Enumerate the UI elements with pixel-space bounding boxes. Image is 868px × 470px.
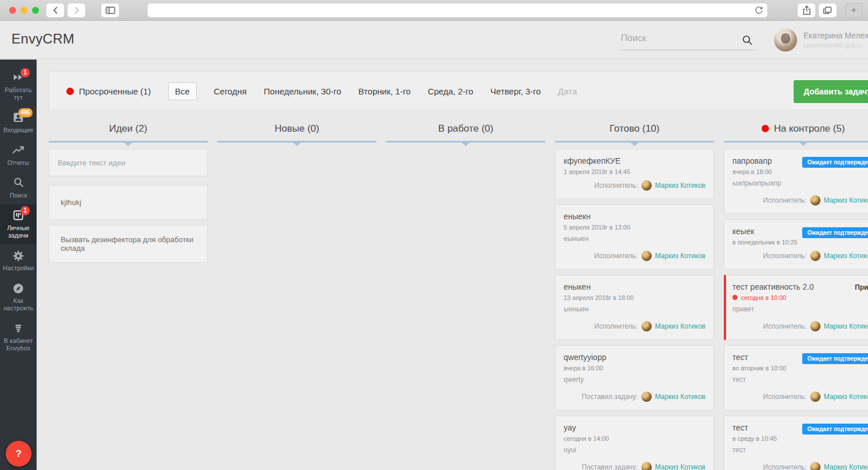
task-card[interactable]: qwertyyiopp вчера в 16:00 qwerty Постави… xyxy=(555,345,714,410)
filter-monday[interactable]: Понедельник, 30-го xyxy=(264,86,341,96)
assignee-link[interactable]: Маркиз Котиков xyxy=(655,181,706,189)
sidebar-item-envybox-cabinet[interactable]: В кабинет Envybox xyxy=(0,317,37,357)
assignee-avatar xyxy=(641,392,652,402)
task-footer: Поставил задачу: Маркиз Котиков xyxy=(564,461,706,470)
awaiting-confirmation-badge: Ожидает подтверждения xyxy=(802,227,868,238)
assignee-link[interactable]: Маркиз Котиков xyxy=(655,463,706,470)
filter-today[interactable]: Сегодня xyxy=(214,86,247,96)
awaiting-confirmation-badge: Ожидает подтверждения xyxy=(802,424,868,435)
task-footer: Исполнитель: Маркиз Котиков xyxy=(564,179,706,192)
task-card[interactable]: yay сегодня в 14:00 uyui Поставил задачу… xyxy=(555,416,714,470)
forward-button[interactable] xyxy=(67,3,86,18)
column-done: Готово (10) кфупефкепКУЕ 1 апреля 2018г … xyxy=(555,120,714,470)
idea-text-input[interactable] xyxy=(58,159,199,167)
user-profile[interactable]: Екатерина Мелехина katerina55460.gok.ru xyxy=(803,31,868,49)
task-card[interactable]: еныкен 13 апреля 2018г в 18:00 ыеныен Ис… xyxy=(555,275,714,340)
assignee-link[interactable]: Маркиз Котиков xyxy=(824,196,868,204)
task-card-overdue[interactable]: тест реактивность 2.0 Принять сегодня в … xyxy=(724,275,868,340)
footer-label: Исполнитель: xyxy=(763,393,807,401)
show-tabs-button[interactable] xyxy=(818,3,837,18)
assignee-link[interactable]: Маркиз Котиков xyxy=(655,393,706,401)
assignee-link[interactable]: Маркиз Котиков xyxy=(824,252,868,260)
assignee-link[interactable]: Маркиз Котиков xyxy=(655,252,706,260)
share-icon xyxy=(802,5,811,15)
task-date: 1 апреля 2018г в 14:45 xyxy=(564,168,706,175)
close-window-button[interactable] xyxy=(9,7,16,14)
help-button[interactable]: ? xyxy=(6,441,31,467)
global-search[interactable] xyxy=(621,33,755,50)
task-card[interactable]: kjlhukj xyxy=(49,185,208,220)
sidebar-toggle-button[interactable] xyxy=(101,3,120,18)
idea-input-card[interactable] xyxy=(49,149,208,176)
filter-wednesday[interactable]: Среда, 2-го xyxy=(428,86,473,96)
sidebar-item-work-here[interactable]: 1 Работать тут xyxy=(0,66,37,106)
question-mark-icon: ? xyxy=(15,448,21,460)
assignee-link[interactable]: Маркиз Котиков xyxy=(824,393,868,401)
tabs-overview-icon xyxy=(823,6,833,15)
sidebar-item-inbox[interactable]: 495 Входящие xyxy=(0,106,37,139)
search-input[interactable] xyxy=(621,33,735,44)
app-header: EnvyCRM Екатерина Мелехина katerina55460… xyxy=(0,21,868,59)
compass-icon xyxy=(1,282,35,295)
work-here-badge: 1 xyxy=(21,68,30,77)
user-avatar[interactable] xyxy=(774,29,797,52)
task-card[interactable]: Вызвать дезинфектора для обработки склад… xyxy=(49,225,208,263)
task-date: в среду в 10:45 xyxy=(732,435,868,442)
envybox-lamp-icon xyxy=(1,322,35,335)
minimize-window-button[interactable] xyxy=(21,7,27,14)
filter-date[interactable]: Дата xyxy=(558,86,577,96)
task-footer: Исполнитель: Маркиз Котиков xyxy=(732,194,868,207)
footer-label: Исполнитель: xyxy=(763,463,807,470)
accept-task-button[interactable]: Принять xyxy=(855,283,868,291)
overdue-dot-icon xyxy=(762,125,769,132)
column-title: На контроле (5) xyxy=(724,120,868,141)
sidebar-item-reports[interactable]: Отчеты xyxy=(0,139,37,172)
address-input[interactable] xyxy=(148,3,767,17)
column-divider xyxy=(49,141,208,143)
task-title: kjlhukj xyxy=(61,198,196,207)
task-footer: Исполнитель: Маркиз Котиков xyxy=(732,461,868,470)
task-card[interactable]: кфупефкепКУЕ 1 апреля 2018г в 14:45 Испо… xyxy=(555,149,714,199)
filter-all[interactable]: Все xyxy=(168,82,197,100)
task-description: ыеныен xyxy=(564,305,706,313)
column-title: В работе (0) xyxy=(386,120,545,141)
column-in-progress: В работе (0) xyxy=(386,120,545,470)
task-date: сегодня в 10:00 xyxy=(732,294,868,301)
refresh-icon[interactable] xyxy=(754,6,764,15)
task-card[interactable]: тест Ожидает подтверждения во вторник в … xyxy=(724,345,868,410)
share-button[interactable] xyxy=(797,3,816,18)
sidebar-item-personal-tasks[interactable]: 1 Личные задачи xyxy=(0,204,37,244)
footer-label: Исполнитель: xyxy=(594,252,638,260)
filter-tuesday[interactable]: Вторник, 1-го xyxy=(358,86,410,96)
assignee-avatar xyxy=(810,251,821,261)
task-date: в понедельник в 10:25 xyxy=(732,239,868,246)
task-title: еныекн xyxy=(564,212,706,221)
sidebar-item-settings[interactable]: Настройки xyxy=(0,244,37,277)
filter-thursday[interactable]: Четверг, 3-го xyxy=(490,86,541,96)
sidebar-item-label: Поиск xyxy=(10,192,27,199)
filter-overdue[interactable]: Просроченные (1) xyxy=(66,86,151,96)
add-task-button[interactable]: Добавить задачу xyxy=(794,80,868,103)
search-icon[interactable] xyxy=(742,34,753,46)
filter-bar: Просроченные (1) Все Сегодня Понедельник… xyxy=(49,72,868,110)
column-ideas: Идеи (2) kjlhukj Вызвать дезинфектора дл… xyxy=(49,120,208,470)
chevron-right-icon xyxy=(72,6,81,15)
zoom-window-button[interactable] xyxy=(32,7,39,14)
assignee-link[interactable]: Маркиз Котиков xyxy=(824,463,868,470)
task-title: кфупефкепКУЕ xyxy=(564,156,706,165)
task-card[interactable]: еныекн 5 апреля 2018г в 13:00 еыныен Исп… xyxy=(555,204,714,270)
footer-label: Исполнитель: xyxy=(594,181,638,189)
new-tab-button[interactable]: + xyxy=(845,3,862,18)
sidebar-item-label: В кабинет Envybox xyxy=(4,337,33,351)
task-date: 5 апреля 2018г в 13:00 xyxy=(564,224,706,231)
task-card[interactable]: тест Ожидает подтверждения в среду в 10:… xyxy=(724,416,868,470)
footer-label: Исполнитель: xyxy=(763,252,807,260)
assignee-link[interactable]: Маркиз Котиков xyxy=(824,322,868,330)
address-bar[interactable] xyxy=(147,3,768,18)
task-card[interactable]: папровапр Ожидает подтверждения вчера в … xyxy=(724,149,868,214)
back-button[interactable] xyxy=(46,3,65,18)
sidebar-item-search[interactable]: Поиск xyxy=(0,172,37,204)
sidebar-item-how-to-setup[interactable]: Как настроить xyxy=(0,277,37,317)
task-card[interactable]: кеыек Ожидает подтверждения в понедельни… xyxy=(724,219,868,270)
assignee-link[interactable]: Маркиз Котиков xyxy=(655,322,706,330)
